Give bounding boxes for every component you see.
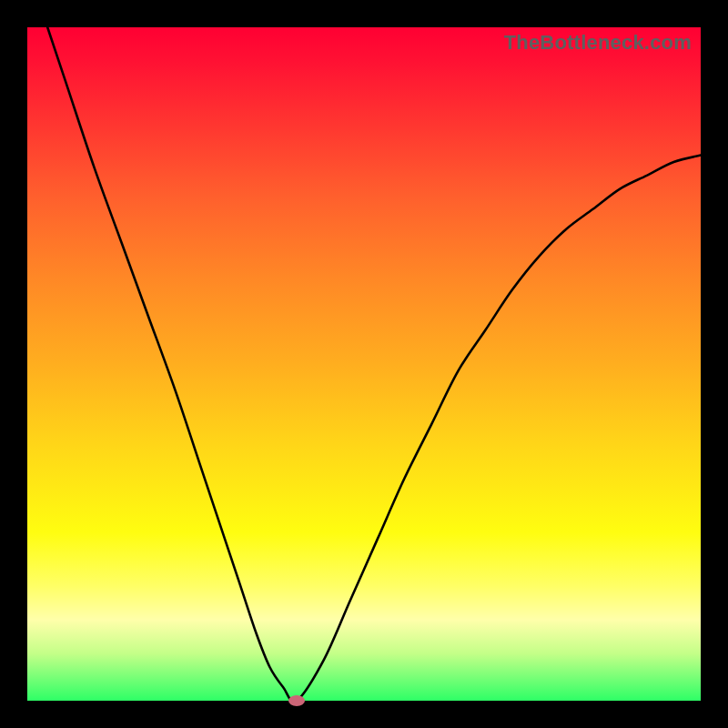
plot-area: TheBottleneck.com (27, 27, 701, 701)
chart-frame: TheBottleneck.com (0, 0, 728, 728)
minimum-marker (288, 695, 305, 706)
bottleneck-curve (47, 27, 701, 702)
curve-svg (27, 27, 701, 701)
